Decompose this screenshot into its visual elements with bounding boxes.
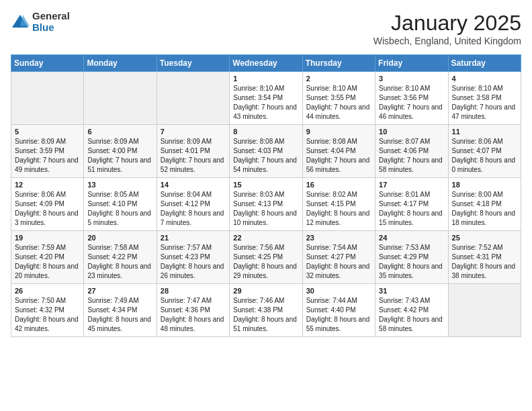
weekday-header: Sunday [11, 55, 84, 72]
weekday-header: Thursday [302, 55, 375, 72]
calendar-cell: 29Sunrise: 7:46 AM Sunset: 4:38 PM Dayli… [230, 284, 302, 337]
day-info: Sunrise: 7:43 AM Sunset: 4:42 PM Dayligh… [379, 296, 444, 334]
location-title: Wisbech, England, United Kingdom [373, 36, 521, 46]
calendar-cell: 8Sunrise: 8:08 AM Sunset: 4:03 PM Daylig… [230, 125, 302, 178]
calendar-cell: 23Sunrise: 7:54 AM Sunset: 4:27 PM Dayli… [302, 231, 375, 284]
page-header: General Blue January 2025 Wisbech, Engla… [11, 11, 521, 46]
day-info: Sunrise: 7:58 AM Sunset: 4:22 PM Dayligh… [87, 243, 152, 281]
day-number: 1 [233, 75, 298, 83]
day-number: 13 [87, 181, 152, 189]
calendar-cell: 16Sunrise: 8:02 AM Sunset: 4:15 PM Dayli… [302, 178, 375, 231]
calendar-cell: 28Sunrise: 7:47 AM Sunset: 4:36 PM Dayli… [157, 284, 229, 337]
day-info: Sunrise: 8:09 AM Sunset: 3:59 PM Dayligh… [15, 137, 80, 175]
calendar-cell [157, 72, 229, 125]
day-number: 18 [452, 181, 517, 189]
day-info: Sunrise: 8:00 AM Sunset: 4:18 PM Dayligh… [452, 190, 517, 228]
calendar-cell: 1Sunrise: 8:10 AM Sunset: 3:54 PM Daylig… [230, 72, 302, 125]
calendar-cell: 3Sunrise: 8:10 AM Sunset: 3:56 PM Daylig… [375, 72, 448, 125]
day-info: Sunrise: 8:09 AM Sunset: 4:00 PM Dayligh… [87, 137, 152, 175]
calendar-cell: 20Sunrise: 7:58 AM Sunset: 4:22 PM Dayli… [84, 231, 157, 284]
calendar-table: SundayMondayTuesdayWednesdayThursdayFrid… [11, 54, 521, 337]
day-info: Sunrise: 7:52 AM Sunset: 4:31 PM Dayligh… [452, 243, 517, 281]
day-number: 6 [87, 128, 152, 136]
day-number: 11 [452, 128, 517, 136]
calendar-week-row: 26Sunrise: 7:50 AM Sunset: 4:32 PM Dayli… [11, 284, 521, 337]
day-number: 27 [87, 287, 152, 295]
day-info: Sunrise: 7:46 AM Sunset: 4:38 PM Dayligh… [233, 296, 298, 334]
day-number: 26 [15, 287, 80, 295]
title-block: January 2025 Wisbech, England, United Ki… [373, 11, 521, 46]
logo: General Blue [11, 11, 70, 33]
calendar-week-row: 5Sunrise: 8:09 AM Sunset: 3:59 PM Daylig… [11, 125, 521, 178]
day-number: 20 [87, 234, 152, 242]
day-info: Sunrise: 7:56 AM Sunset: 4:25 PM Dayligh… [233, 243, 298, 281]
weekday-header: Friday [375, 55, 448, 72]
day-number: 23 [306, 234, 371, 242]
day-number: 30 [306, 287, 371, 295]
day-info: Sunrise: 8:09 AM Sunset: 4:01 PM Dayligh… [161, 137, 226, 175]
day-info: Sunrise: 7:50 AM Sunset: 4:32 PM Dayligh… [15, 296, 80, 334]
day-info: Sunrise: 8:10 AM Sunset: 3:58 PM Dayligh… [452, 84, 517, 122]
calendar-cell: 11Sunrise: 8:06 AM Sunset: 4:07 PM Dayli… [448, 125, 521, 178]
day-number: 15 [233, 181, 298, 189]
calendar-cell: 27Sunrise: 7:49 AM Sunset: 4:34 PM Dayli… [84, 284, 157, 337]
day-info: Sunrise: 8:06 AM Sunset: 4:09 PM Dayligh… [15, 190, 80, 228]
month-title: January 2025 [373, 11, 521, 36]
calendar-cell: 4Sunrise: 8:10 AM Sunset: 3:58 PM Daylig… [448, 72, 521, 125]
logo-general-text: General [32, 11, 70, 22]
calendar-cell [11, 72, 84, 125]
day-info: Sunrise: 8:10 AM Sunset: 3:54 PM Dayligh… [233, 84, 298, 122]
day-info: Sunrise: 8:01 AM Sunset: 4:17 PM Dayligh… [379, 190, 444, 228]
weekday-header: Wednesday [230, 55, 302, 72]
day-number: 4 [452, 75, 517, 83]
day-info: Sunrise: 7:53 AM Sunset: 4:29 PM Dayligh… [379, 243, 444, 281]
day-info: Sunrise: 7:59 AM Sunset: 4:20 PM Dayligh… [15, 243, 80, 281]
day-number: 14 [161, 181, 226, 189]
calendar-cell: 6Sunrise: 8:09 AM Sunset: 4:00 PM Daylig… [84, 125, 157, 178]
day-number: 19 [15, 234, 80, 242]
logo-icon [11, 13, 30, 32]
calendar-cell [84, 72, 157, 125]
calendar-week-row: 19Sunrise: 7:59 AM Sunset: 4:20 PM Dayli… [11, 231, 521, 284]
day-number: 2 [306, 75, 371, 83]
day-info: Sunrise: 7:49 AM Sunset: 4:34 PM Dayligh… [87, 296, 152, 334]
weekday-header: Monday [84, 55, 157, 72]
day-info: Sunrise: 8:10 AM Sunset: 3:55 PM Dayligh… [306, 84, 371, 122]
day-number: 22 [233, 234, 298, 242]
calendar-cell: 18Sunrise: 8:00 AM Sunset: 4:18 PM Dayli… [448, 178, 521, 231]
weekday-header: Tuesday [157, 55, 229, 72]
day-number: 31 [379, 287, 444, 295]
logo-blue-text: Blue [32, 22, 70, 34]
day-number: 12 [15, 181, 80, 189]
day-number: 17 [379, 181, 444, 189]
day-info: Sunrise: 8:06 AM Sunset: 4:07 PM Dayligh… [452, 137, 517, 175]
calendar-cell: 22Sunrise: 7:56 AM Sunset: 4:25 PM Dayli… [230, 231, 302, 284]
calendar-cell: 10Sunrise: 8:07 AM Sunset: 4:06 PM Dayli… [375, 125, 448, 178]
day-number: 16 [306, 181, 371, 189]
day-number: 25 [452, 234, 517, 242]
day-info: Sunrise: 8:08 AM Sunset: 4:04 PM Dayligh… [306, 137, 371, 175]
calendar-header-row: SundayMondayTuesdayWednesdayThursdayFrid… [11, 55, 521, 72]
calendar-cell: 15Sunrise: 8:03 AM Sunset: 4:13 PM Dayli… [230, 178, 302, 231]
weekday-header: Saturday [448, 55, 521, 72]
calendar-cell: 17Sunrise: 8:01 AM Sunset: 4:17 PM Dayli… [375, 178, 448, 231]
day-number: 5 [15, 128, 80, 136]
calendar-cell: 31Sunrise: 7:43 AM Sunset: 4:42 PM Dayli… [375, 284, 448, 337]
calendar-cell [448, 284, 521, 337]
calendar-cell: 25Sunrise: 7:52 AM Sunset: 4:31 PM Dayli… [448, 231, 521, 284]
day-number: 9 [306, 128, 371, 136]
calendar-week-row: 12Sunrise: 8:06 AM Sunset: 4:09 PM Dayli… [11, 178, 521, 231]
calendar-cell: 24Sunrise: 7:53 AM Sunset: 4:29 PM Dayli… [375, 231, 448, 284]
day-number: 29 [233, 287, 298, 295]
calendar-cell: 12Sunrise: 8:06 AM Sunset: 4:09 PM Dayli… [11, 178, 84, 231]
day-info: Sunrise: 8:04 AM Sunset: 4:12 PM Dayligh… [161, 190, 226, 228]
day-number: 10 [379, 128, 444, 136]
calendar-cell: 2Sunrise: 8:10 AM Sunset: 3:55 PM Daylig… [302, 72, 375, 125]
day-number: 24 [379, 234, 444, 242]
day-info: Sunrise: 8:10 AM Sunset: 3:56 PM Dayligh… [379, 84, 444, 122]
calendar-cell: 9Sunrise: 8:08 AM Sunset: 4:04 PM Daylig… [302, 125, 375, 178]
day-info: Sunrise: 8:02 AM Sunset: 4:15 PM Dayligh… [306, 190, 371, 228]
day-info: Sunrise: 8:08 AM Sunset: 4:03 PM Dayligh… [233, 137, 298, 175]
calendar-cell: 26Sunrise: 7:50 AM Sunset: 4:32 PM Dayli… [11, 284, 84, 337]
calendar-week-row: 1Sunrise: 8:10 AM Sunset: 3:54 PM Daylig… [11, 72, 521, 125]
